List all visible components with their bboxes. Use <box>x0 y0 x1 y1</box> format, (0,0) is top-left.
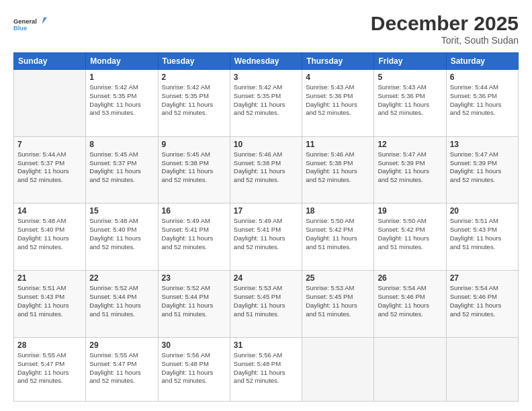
calendar-cell: 8Sunrise: 5:45 AMSunset: 5:37 PMDaylight… <box>86 136 158 203</box>
calendar-cell: 27Sunrise: 5:54 AMSunset: 5:46 PMDayligh… <box>446 271 518 338</box>
day-info: Sunrise: 5:55 AMSunset: 5:47 PMDaylight:… <box>89 351 154 385</box>
day-number: 9 <box>162 140 226 149</box>
day-info: Sunrise: 5:54 AMSunset: 5:46 PMDaylight:… <box>450 284 515 318</box>
day-number: 11 <box>306 140 370 149</box>
day-info: Sunrise: 5:48 AMSunset: 5:40 PMDaylight:… <box>89 217 154 251</box>
location-title: Torit, South Sudan <box>371 35 519 46</box>
day-info: Sunrise: 5:48 AMSunset: 5:40 PMDaylight:… <box>17 217 82 251</box>
column-header-thursday: Thursday <box>302 53 374 70</box>
day-number: 5 <box>378 73 442 82</box>
day-number: 27 <box>450 273 515 283</box>
calendar-header-row: SundayMondayTuesdayWednesdayThursdayFrid… <box>14 53 519 70</box>
day-info: Sunrise: 5:55 AMSunset: 5:47 PMDaylight:… <box>17 351 82 385</box>
day-number: 16 <box>162 206 226 216</box>
day-number: 21 <box>17 273 82 283</box>
day-info: Sunrise: 5:50 AMSunset: 5:42 PMDaylight:… <box>306 217 370 251</box>
day-number: 2 <box>162 73 226 82</box>
day-number: 6 <box>450 73 515 82</box>
day-info: Sunrise: 5:51 AMSunset: 5:43 PMDaylight:… <box>450 217 515 251</box>
calendar-cell: 13Sunrise: 5:47 AMSunset: 5:39 PMDayligh… <box>446 136 518 203</box>
day-info: Sunrise: 5:46 AMSunset: 5:38 PMDaylight:… <box>306 150 370 185</box>
header: General Blue December 2025 Torit, South … <box>13 12 519 46</box>
calendar-cell: 14Sunrise: 5:48 AMSunset: 5:40 PMDayligh… <box>14 203 86 271</box>
day-info: Sunrise: 5:45 AMSunset: 5:37 PMDaylight:… <box>89 150 154 185</box>
calendar-cell: 3Sunrise: 5:42 AMSunset: 5:35 PMDaylight… <box>230 70 302 137</box>
day-number: 7 <box>17 140 82 149</box>
calendar-cell: 25Sunrise: 5:53 AMSunset: 5:45 PMDayligh… <box>302 271 374 338</box>
calendar-cell: 12Sunrise: 5:47 AMSunset: 5:39 PMDayligh… <box>374 136 446 203</box>
month-title: December 2025 <box>371 12 519 35</box>
calendar-cell: 1Sunrise: 5:42 AMSunset: 5:35 PMDaylight… <box>86 70 158 137</box>
calendar-cell: 4Sunrise: 5:43 AMSunset: 5:36 PMDaylight… <box>302 70 374 137</box>
day-info: Sunrise: 5:44 AMSunset: 5:36 PMDaylight:… <box>450 83 515 118</box>
day-number: 24 <box>234 273 298 283</box>
calendar-cell <box>302 337 374 401</box>
day-info: Sunrise: 5:56 AMSunset: 5:48 PMDaylight:… <box>162 351 226 385</box>
calendar-cell: 20Sunrise: 5:51 AMSunset: 5:43 PMDayligh… <box>446 203 518 271</box>
day-info: Sunrise: 5:47 AMSunset: 5:39 PMDaylight:… <box>378 150 442 185</box>
calendar-cell: 5Sunrise: 5:43 AMSunset: 5:36 PMDaylight… <box>374 70 446 137</box>
logo-svg: General Blue <box>13 12 47 36</box>
calendar-cell: 17Sunrise: 5:49 AMSunset: 5:41 PMDayligh… <box>230 203 302 271</box>
day-info: Sunrise: 5:43 AMSunset: 5:36 PMDaylight:… <box>306 83 370 118</box>
calendar-cell: 22Sunrise: 5:52 AMSunset: 5:44 PMDayligh… <box>86 271 158 338</box>
day-info: Sunrise: 5:42 AMSunset: 5:35 PMDaylight:… <box>234 83 298 118</box>
day-info: Sunrise: 5:53 AMSunset: 5:45 PMDaylight:… <box>306 284 370 318</box>
svg-marker-2 <box>42 17 48 24</box>
title-section: December 2025 Torit, South Sudan <box>371 12 519 46</box>
day-number: 1 <box>89 73 154 82</box>
day-info: Sunrise: 5:50 AMSunset: 5:42 PMDaylight:… <box>378 217 442 251</box>
calendar-cell: 19Sunrise: 5:50 AMSunset: 5:42 PMDayligh… <box>374 203 446 271</box>
calendar-cell <box>14 70 86 137</box>
day-info: Sunrise: 5:42 AMSunset: 5:35 PMDaylight:… <box>89 83 154 118</box>
calendar-cell: 29Sunrise: 5:55 AMSunset: 5:47 PMDayligh… <box>86 337 158 401</box>
svg-text:Blue: Blue <box>13 25 27 32</box>
day-number: 14 <box>17 206 82 216</box>
column-header-sunday: Sunday <box>14 53 86 70</box>
calendar-cell: 30Sunrise: 5:56 AMSunset: 5:48 PMDayligh… <box>158 337 230 401</box>
day-info: Sunrise: 5:45 AMSunset: 5:38 PMDaylight:… <box>162 150 226 185</box>
day-info: Sunrise: 5:43 AMSunset: 5:36 PMDaylight:… <box>378 83 442 118</box>
day-number: 22 <box>89 273 154 283</box>
day-number: 25 <box>306 273 370 283</box>
calendar-cell: 23Sunrise: 5:52 AMSunset: 5:44 PMDayligh… <box>158 271 230 338</box>
calendar-cell: 26Sunrise: 5:54 AMSunset: 5:46 PMDayligh… <box>374 271 446 338</box>
day-info: Sunrise: 5:47 AMSunset: 5:39 PMDaylight:… <box>450 150 515 185</box>
day-number: 30 <box>162 340 226 350</box>
calendar-cell <box>446 337 518 401</box>
day-info: Sunrise: 5:46 AMSunset: 5:38 PMDaylight:… <box>234 150 298 185</box>
day-info: Sunrise: 5:56 AMSunset: 5:48 PMDaylight:… <box>234 351 298 385</box>
day-number: 4 <box>306 73 370 82</box>
calendar-cell: 2Sunrise: 5:42 AMSunset: 5:35 PMDaylight… <box>158 70 230 137</box>
page: General Blue December 2025 Torit, South … <box>0 0 532 411</box>
day-number: 10 <box>234 140 298 149</box>
day-number: 28 <box>17 340 82 350</box>
svg-text:General: General <box>13 18 37 25</box>
day-number: 8 <box>89 140 154 149</box>
day-info: Sunrise: 5:52 AMSunset: 5:44 PMDaylight:… <box>162 284 226 318</box>
day-info: Sunrise: 5:52 AMSunset: 5:44 PMDaylight:… <box>89 284 154 318</box>
calendar-cell: 11Sunrise: 5:46 AMSunset: 5:38 PMDayligh… <box>302 136 374 203</box>
day-number: 26 <box>378 273 442 283</box>
calendar-cell: 7Sunrise: 5:44 AMSunset: 5:37 PMDaylight… <box>14 136 86 203</box>
column-header-saturday: Saturday <box>446 53 518 70</box>
day-info: Sunrise: 5:49 AMSunset: 5:41 PMDaylight:… <box>162 217 226 251</box>
day-number: 20 <box>450 206 515 216</box>
day-number: 12 <box>378 140 442 149</box>
day-number: 18 <box>306 206 370 216</box>
calendar-cell: 24Sunrise: 5:53 AMSunset: 5:45 PMDayligh… <box>230 271 302 338</box>
calendar-cell: 6Sunrise: 5:44 AMSunset: 5:36 PMDaylight… <box>446 70 518 137</box>
column-header-wednesday: Wednesday <box>230 53 302 70</box>
day-info: Sunrise: 5:49 AMSunset: 5:41 PMDaylight:… <box>234 217 298 251</box>
calendar-cell: 15Sunrise: 5:48 AMSunset: 5:40 PMDayligh… <box>86 203 158 271</box>
calendar-cell: 28Sunrise: 5:55 AMSunset: 5:47 PMDayligh… <box>14 337 86 401</box>
day-info: Sunrise: 5:53 AMSunset: 5:45 PMDaylight:… <box>234 284 298 318</box>
day-number: 17 <box>234 206 298 216</box>
calendar-table: SundayMondayTuesdayWednesdayThursdayFrid… <box>13 52 519 402</box>
calendar-cell <box>374 337 446 401</box>
day-number: 3 <box>234 73 298 82</box>
calendar-cell: 16Sunrise: 5:49 AMSunset: 5:41 PMDayligh… <box>158 203 230 271</box>
day-number: 31 <box>234 340 298 350</box>
day-number: 15 <box>89 206 154 216</box>
calendar-cell: 10Sunrise: 5:46 AMSunset: 5:38 PMDayligh… <box>230 136 302 203</box>
